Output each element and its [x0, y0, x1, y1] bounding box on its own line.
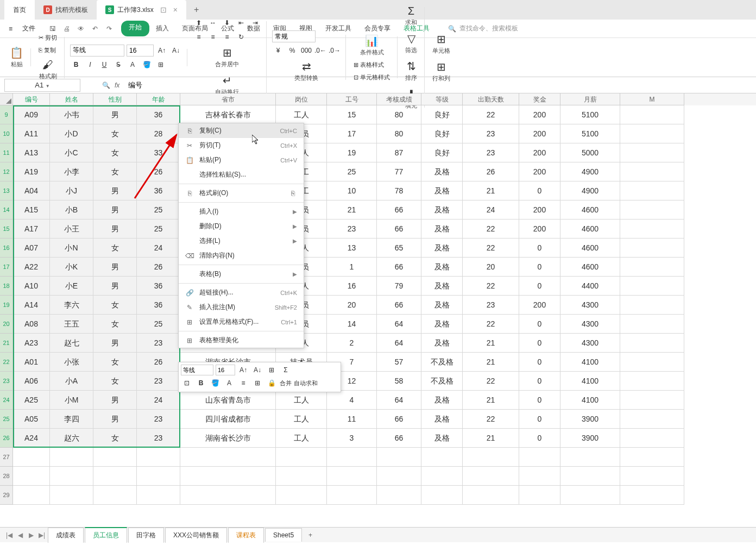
cell[interactable]: 23 [137, 429, 180, 448]
align-middle-icon[interactable]: ↔ [207, 17, 219, 29]
cell[interactable]: 23 [327, 219, 377, 239]
cell[interactable]: 0 [519, 410, 560, 429]
cell[interactable] [620, 200, 684, 219]
cell[interactable]: 女 [93, 143, 137, 162]
cell[interactable]: 男 [93, 391, 137, 410]
cell[interactable]: 17 [327, 124, 377, 143]
cell[interactable]: 4300 [560, 334, 620, 353]
cell[interactable] [137, 448, 180, 467]
format-painter-button[interactable]: 🖌格式刷 [37, 57, 59, 83]
sum-button[interactable]: Σ求和 [403, 3, 419, 29]
mini-merge-label[interactable]: 合并 [280, 379, 292, 387]
cell[interactable]: 23 [137, 410, 180, 429]
cell[interactable] [137, 486, 180, 505]
italic-button[interactable]: I [84, 59, 96, 71]
tab-home[interactable]: 首页 [4, 0, 35, 20]
col-header-4[interactable]: 省市 [180, 93, 276, 105]
cell[interactable]: 不及格 [421, 372, 463, 391]
row-header[interactable]: 12 [0, 162, 13, 181]
cell[interactable] [421, 486, 463, 505]
context-item[interactable]: 📋粘贴(P)Ctrl+V [179, 153, 304, 167]
mini-lock-icon[interactable]: 🔒 [266, 378, 278, 388]
hamburger-icon[interactable]: ≡ [5, 23, 16, 35]
cell[interactable]: 小M [50, 391, 93, 410]
cell[interactable] [377, 486, 421, 505]
cell[interactable]: 5100 [560, 124, 620, 143]
tab-workbook[interactable]: S 工作簿3.xlsx ⊡ × [97, 0, 186, 20]
cell[interactable]: 吉林省长春市 [180, 105, 276, 124]
cell[interactable]: 24 [137, 391, 180, 410]
cell[interactable] [519, 448, 560, 467]
comma-icon[interactable]: 000 [300, 45, 312, 57]
context-item[interactable]: 选择(L)▶ [179, 234, 304, 248]
cell[interactable]: 200 [519, 219, 560, 239]
cell[interactable]: 21 [463, 429, 519, 448]
cell[interactable]: 良好 [421, 105, 463, 124]
currency-icon[interactable]: ¥ [272, 45, 284, 57]
col-header-8[interactable]: 等级 [421, 93, 463, 105]
cell[interactable]: 1 [327, 258, 377, 277]
cell[interactable]: A14 [13, 296, 50, 315]
cell[interactable]: 良好 [421, 143, 463, 162]
col-header-5[interactable]: 岗位 [276, 93, 327, 105]
cell[interactable]: 21 [463, 334, 519, 353]
cell[interactable]: 57 [377, 353, 421, 372]
cell[interactable]: 21 [463, 181, 519, 200]
col-header-7[interactable]: 考核成绩 [377, 93, 421, 105]
cell[interactable]: 4600 [560, 239, 620, 258]
cell[interactable]: 女 [93, 162, 137, 181]
cell[interactable]: 36 [137, 277, 180, 296]
cell[interactable]: 男 [93, 277, 137, 296]
cell[interactable]: 李六 [50, 296, 93, 315]
cell[interactable]: A06 [13, 372, 50, 391]
col-header-6[interactable]: 工号 [327, 93, 377, 105]
cell[interactable]: 36 [137, 296, 180, 315]
row-header[interactable]: 17 [0, 258, 13, 277]
fill-color-button[interactable]: 🪣 [141, 59, 153, 71]
sort-button[interactable]: ⇅排序 [403, 58, 419, 84]
cell[interactable]: 20 [327, 296, 377, 315]
cell[interactable]: 66 [377, 219, 421, 239]
cell[interactable]: 4 [327, 391, 377, 410]
mini-autosum-label[interactable]: 自动求和 [294, 379, 318, 387]
decrease-font-icon[interactable]: A↓ [170, 45, 182, 57]
indent-left-icon[interactable]: ⇤ [235, 17, 247, 29]
mini-size-select[interactable] [216, 365, 235, 375]
cell[interactable]: 0 [519, 353, 560, 372]
row-header[interactable]: 24 [0, 391, 13, 410]
cell[interactable]: A17 [13, 219, 50, 239]
context-item[interactable]: 🔗超链接(H)...Ctrl+K [179, 285, 304, 300]
cell[interactable] [463, 467, 519, 486]
cell[interactable]: A01 [13, 353, 50, 372]
cell[interactable]: 女 [93, 315, 137, 334]
context-item[interactable]: 插入(I)▶ [179, 204, 304, 219]
cell[interactable]: A23 [13, 334, 50, 353]
align-center-icon[interactable]: ≡ [207, 31, 219, 43]
cell[interactable]: 及格 [421, 315, 463, 334]
first-sheet-icon[interactable]: |◀ [4, 530, 14, 540]
cell[interactable] [620, 372, 684, 391]
col-header-2[interactable]: 性别 [93, 93, 137, 105]
cell[interactable]: 女 [93, 239, 137, 258]
cell[interactable]: 23 [463, 296, 519, 315]
cell[interactable]: 及格 [421, 334, 463, 353]
cell[interactable]: 66 [377, 410, 421, 429]
cell[interactable]: 66 [377, 296, 421, 315]
cell[interactable]: 77 [377, 162, 421, 181]
context-item[interactable]: 删除(D)▶ [179, 219, 304, 234]
close-icon[interactable]: × [173, 5, 178, 14]
context-item[interactable]: ⊞设置单元格格式(F)...Ctrl+1 [179, 315, 304, 329]
preview-icon[interactable]: 👁 [75, 23, 86, 34]
font-color-button[interactable]: A [127, 59, 138, 71]
cell[interactable]: 及格 [421, 258, 463, 277]
cell[interactable]: 200 [519, 143, 560, 162]
cell[interactable] [50, 486, 93, 505]
tab-template[interactable]: D 找稻壳模板 [35, 0, 97, 20]
sheet-tab-成绩表[interactable]: 成绩表 [48, 528, 84, 543]
cell[interactable]: 4600 [560, 200, 620, 219]
cell[interactable] [13, 486, 50, 505]
cell[interactable]: 79 [377, 277, 421, 296]
cell[interactable]: 10 [327, 181, 377, 200]
cell[interactable] [620, 315, 684, 334]
paste-button[interactable]: 📋粘贴 [8, 44, 26, 71]
